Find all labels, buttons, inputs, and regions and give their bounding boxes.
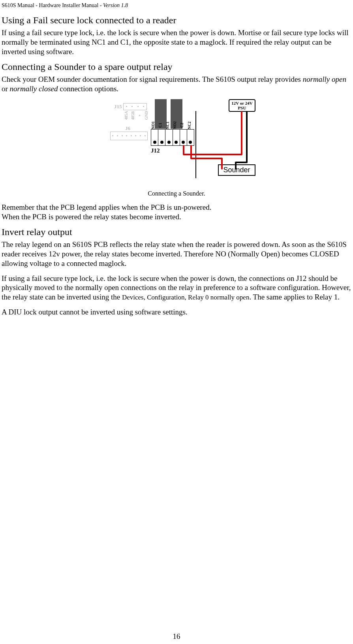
j12-pin-labels: NO1 C1 NC1 NO2 C2 NC2 [151,121,194,129]
pcb-outline: J15 485A 485B + GND J6 NO1 C1 NC1 NO2 [105,111,196,178]
sounder-box: Sounder [218,164,255,176]
version-label: Version 1.8 [103,2,128,8]
j15-pin-labels: 485A 485B + GND [124,111,148,120]
j12-terminal-block [151,129,194,146]
section-title-fail-secure: Using a Fail secure lock connected to a … [2,15,351,26]
psu-box: 12V or 24V PSU [229,99,255,112]
para-fail-secure: If using a fail secure type lock, i.e. t… [2,28,351,56]
page-header: S610S Manual - Hardware Installer Manual… [2,0,351,13]
j6-label: J6 [125,125,130,132]
j12-label: J12 [151,147,160,154]
page-number: 16 [0,632,353,641]
j15-connector [123,103,147,110]
product-name: S610S Manual [2,2,34,8]
section-title-invert: Invert relay output [2,227,351,237]
figure-sounder: J15 485A 485B + GND J6 NO1 C1 NC1 NO2 [2,99,351,188]
para-invert-2: If using a fail secure type lock, i.e. t… [2,274,351,302]
para-invert-1: The relay legend on an S610S PCB reflect… [2,240,351,268]
subtitle: Hardware Installer Manual [39,2,99,8]
para-pcb-legend-2: When the PCB is powered the relay states… [2,212,351,222]
para-pcb-legend-1: Remember that the PCB legend applies whe… [2,203,351,212]
figure-caption: Connecting a Sounder. [2,190,351,197]
para-invert-3: A DIU lock output cannot be inverted usi… [2,307,351,317]
para-sounder-intro: Check your OEM sounder documentation for… [2,75,351,94]
j15-label: J15 [114,104,122,110]
j6-connector [110,132,148,140]
section-title-sounder: Connecting a Sounder to a spare output r… [2,62,351,72]
